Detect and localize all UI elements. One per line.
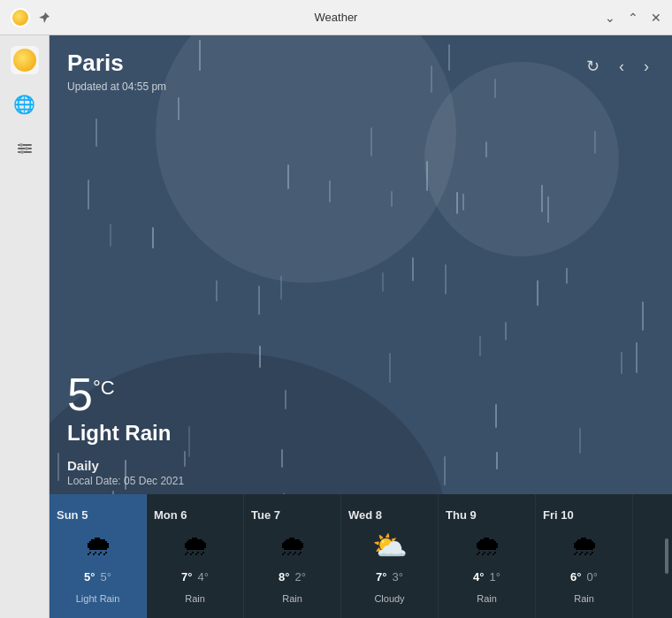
forecast-icon: 🌧: [473, 531, 501, 560]
forecast-day-4[interactable]: Thu 9 🌧 4° 1° Rain: [439, 494, 536, 618]
updated-time: Updated at 04:55 pm: [67, 80, 166, 93]
temp-high: 4°: [473, 570, 484, 584]
svg-rect-2: [18, 151, 32, 153]
forecast-temps: 6° 0°: [570, 570, 598, 584]
title-bar-left: [11, 8, 51, 27]
weather-header: Paris Updated at 04:55 pm ↻ ‹ ›: [50, 35, 672, 93]
day-label: Tue 7: [251, 508, 280, 522]
app-icon: [11, 8, 30, 27]
refresh-button[interactable]: ↻: [581, 53, 605, 80]
forecast-condition: Rain: [282, 593, 302, 604]
forecast-day-3[interactable]: Wed 8 ⛅ 7° 3° Cloudy: [341, 494, 439, 618]
local-date: Local Date: 05 Dec 2021: [67, 475, 654, 487]
prev-button[interactable]: ‹: [614, 54, 630, 80]
forecast-day-1[interactable]: Mon 6 🌧 7° 4° Rain: [147, 494, 244, 618]
temp-low: 0°: [587, 570, 598, 584]
city-info: Paris Updated at 04:55 pm: [67, 50, 166, 93]
temp-high: 7°: [181, 570, 192, 584]
sidebar-item-globe[interactable]: 🌐: [11, 90, 39, 118]
temp-low: 5°: [101, 570, 111, 584]
weather-main: 5°C Light Rain Daily Local Date: 05 Dec …: [50, 371, 672, 494]
temp-value: 5: [67, 369, 93, 420]
forecast-condition: Rain: [477, 593, 497, 604]
close-button[interactable]: ✕: [651, 11, 661, 25]
forecast-condition: Light Rain: [76, 593, 120, 604]
sidebar: 🌐: [0, 35, 50, 618]
globe-icon: 🌐: [13, 94, 35, 115]
forecast-temps: 4° 1°: [473, 570, 500, 584]
temp-low: 2°: [295, 570, 306, 584]
temp-low: 4°: [198, 570, 209, 584]
condition-main: Light Rain: [67, 421, 654, 446]
forecast-icon: 🌧: [181, 531, 210, 560]
temp-high: 8°: [279, 570, 289, 584]
window-controls: ⌄ ⌃ ✕: [605, 11, 661, 25]
forecast-icon: ⛅: [372, 531, 408, 560]
forecast-day-2[interactable]: Tue 7 🌧 8° 2° Rain: [244, 494, 341, 618]
header-controls: ↻ ‹ ›: [581, 53, 654, 80]
forecast-temps: 7° 4°: [181, 570, 209, 584]
day-label: Fri 10: [543, 508, 574, 522]
temp-low: 1°: [490, 570, 500, 584]
forecast-temps: 5° 5°: [84, 570, 111, 584]
sun-icon: [13, 49, 36, 72]
forecast-temps: 7° 3°: [376, 570, 403, 584]
temp-high: 6°: [570, 570, 581, 584]
day-label: Sun 5: [57, 508, 88, 522]
svg-point-4: [25, 147, 28, 150]
day-label: Mon 6: [154, 508, 187, 522]
maximize-button[interactable]: ⌃: [628, 11, 638, 25]
window-title: Weather: [315, 11, 358, 24]
forecast-day-5[interactable]: Fri 10 🌧 6° 0° Rain: [536, 494, 633, 618]
daily-label: Daily: [67, 458, 654, 473]
sidebar-item-weather[interactable]: [11, 46, 39, 74]
temp-high: 5°: [84, 570, 95, 584]
temp-high: 7°: [376, 570, 386, 584]
title-bar: Weather ⌄ ⌃ ✕: [0, 0, 672, 35]
svg-point-5: [20, 150, 24, 154]
forecast-temps: 8° 2°: [279, 570, 306, 584]
next-button[interactable]: ›: [638, 54, 654, 80]
city-name: Paris: [67, 50, 166, 77]
forecast-condition: Cloudy: [374, 593, 404, 604]
forecast-condition: Rain: [574, 593, 594, 604]
temperature-display: 5°C: [67, 371, 654, 417]
sidebar-item-settings[interactable]: [11, 134, 39, 163]
minimize-button[interactable]: ⌄: [605, 11, 615, 25]
main-layout: 🌐 Paris Updated at 04:55: [0, 35, 672, 618]
content-spacer: [50, 93, 672, 371]
day-label: Thu 9: [446, 508, 477, 522]
forecast-icon: 🌧: [279, 531, 307, 560]
temp-low: 3°: [393, 570, 403, 584]
weather-content: Paris Updated at 04:55 pm ↻ ‹ › 5°C Ligh…: [50, 35, 672, 618]
forecast-icon: 🌧: [84, 531, 112, 560]
pin-icon[interactable]: [37, 11, 51, 25]
forecast-day-0[interactable]: Sun 5 🌧 5° 5° Light Rain: [50, 494, 147, 618]
forecast-scrollbar[interactable]: [665, 538, 668, 574]
forecast-icon: 🌧: [570, 531, 599, 560]
svg-point-3: [19, 143, 23, 147]
day-label: Wed 8: [348, 508, 382, 522]
sliders-icon: [16, 140, 34, 157]
forecast-condition: Rain: [185, 593, 205, 604]
forecast-strip: Sun 5 🌧 5° 5° Light Rain Mon 6 🌧 7° 4° R…: [50, 494, 672, 618]
temp-unit: °C: [93, 377, 115, 399]
